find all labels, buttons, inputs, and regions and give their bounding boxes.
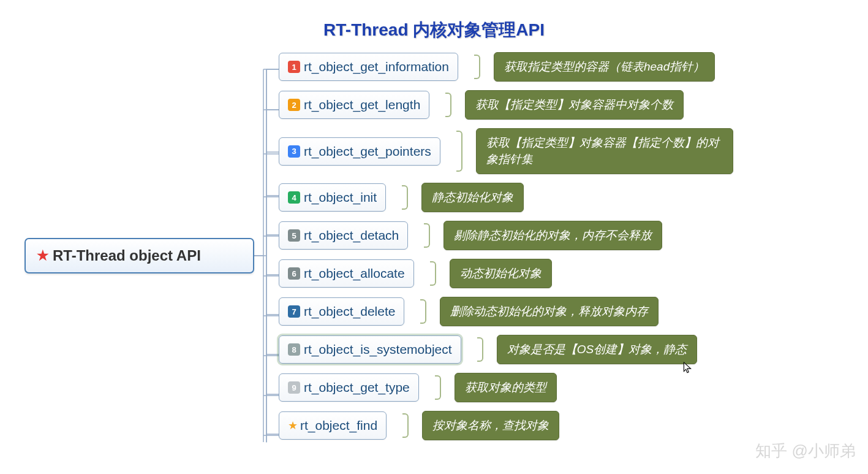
- api-name: rt_object_get_pointers: [304, 144, 431, 159]
- api-name: rt_object_get_information: [304, 59, 449, 74]
- api-row: 2rt_object_get_length获取【指定类型】对象容器中对象个数: [279, 90, 733, 120]
- api-row: 9rt_object_get_type获取对象的类型: [279, 373, 733, 402]
- api-name: rt_object_is_systemobject: [304, 342, 452, 357]
- root-node[interactable]: ★ RT-Thread object API: [25, 238, 254, 273]
- bracket-connector: [431, 373, 442, 402]
- api-node[interactable]: 1rt_object_get_information: [279, 53, 458, 81]
- api-row: 4rt_object_init静态初始化对象: [279, 183, 733, 212]
- api-node[interactable]: 8rt_object_is_systemobject: [279, 335, 461, 364]
- api-node[interactable]: 4rt_object_init: [279, 183, 386, 212]
- bracket-connector: [470, 52, 481, 82]
- api-name: rt_object_detach: [304, 228, 399, 243]
- number-badge: 4: [288, 191, 300, 204]
- children-container: 1rt_object_get_information获取指定类型的容器（链表he…: [279, 52, 733, 440]
- star-icon: ★: [37, 248, 49, 264]
- star-icon: ★: [288, 419, 298, 432]
- root-label: RT-Thread object API: [53, 247, 201, 264]
- api-node[interactable]: 3rt_object_get_pointers: [279, 137, 440, 166]
- api-row: 6rt_object_allocate动态初始化对象: [279, 259, 733, 288]
- api-name: rt_object_delete: [304, 304, 395, 319]
- api-name: rt_object_init: [304, 190, 377, 205]
- api-description[interactable]: 获取【指定类型】对象容器【指定个数】的对象指针集: [476, 128, 733, 174]
- api-description[interactable]: 静态初始化对象: [421, 183, 524, 212]
- api-name: rt_object_allocate: [304, 266, 405, 281]
- number-badge: 2: [288, 99, 300, 111]
- api-description[interactable]: 获取指定类型的容器（链表head指针）: [494, 52, 715, 82]
- api-node[interactable]: 9rt_object_get_type: [279, 373, 419, 402]
- api-row: 8rt_object_is_systemobject对象是否是【OS创建】对象，…: [279, 335, 733, 364]
- api-name: rt_object_get_type: [304, 380, 410, 395]
- bracket-connector: [474, 335, 485, 364]
- bracket-connector: [453, 128, 464, 174]
- api-description[interactable]: 对象是否是【OS创建】对象，静态: [497, 335, 697, 364]
- api-node[interactable]: ★rt_object_find: [279, 411, 387, 440]
- api-node[interactable]: 7rt_object_delete: [279, 297, 404, 326]
- api-row: 7rt_object_delete删除动态初始化的对象，释放对象内存: [279, 297, 733, 326]
- bracket-connector: [420, 221, 431, 250]
- api-name: rt_object_find: [300, 418, 377, 433]
- number-badge: 1: [288, 61, 300, 73]
- api-description[interactable]: 动态初始化对象: [450, 259, 552, 288]
- api-row: 3rt_object_get_pointers获取【指定类型】对象容器【指定个数…: [279, 128, 733, 174]
- bracket-connector: [398, 183, 409, 212]
- bracket-connector: [417, 297, 428, 326]
- number-badge: 9: [288, 381, 300, 394]
- api-description[interactable]: 获取对象的类型: [455, 373, 557, 402]
- api-description[interactable]: 剔除静态初始化的对象，内存不会释放: [443, 221, 662, 250]
- number-badge: 5: [288, 229, 300, 242]
- api-description[interactable]: 获取【指定类型】对象容器中对象个数: [465, 90, 684, 120]
- api-node[interactable]: 2rt_object_get_length: [279, 91, 429, 119]
- number-badge: 7: [288, 305, 300, 318]
- api-row: 5rt_object_detach剔除静态初始化的对象，内存不会释放: [279, 221, 733, 250]
- api-name: rt_object_get_length: [304, 97, 420, 112]
- api-node[interactable]: 5rt_object_detach: [279, 221, 408, 250]
- api-description[interactable]: 删除动态初始化的对象，释放对象内存: [440, 297, 659, 326]
- api-row: ★rt_object_find按对象名称，查找对象: [279, 411, 733, 440]
- api-description[interactable]: 按对象名称，查找对象: [422, 411, 559, 440]
- api-node[interactable]: 6rt_object_allocate: [279, 259, 414, 288]
- bracket-connector: [399, 411, 410, 440]
- number-badge: 3: [288, 145, 300, 158]
- diagram-title: RT-Thread 内核对象管理API: [323, 18, 545, 42]
- api-row: 1rt_object_get_information获取指定类型的容器（链表he…: [279, 52, 733, 82]
- watermark: 知乎 @小师弟: [755, 440, 856, 462]
- bracket-connector: [442, 90, 453, 120]
- number-badge: 6: [288, 267, 300, 280]
- number-badge: 8: [288, 343, 300, 356]
- bracket-connector: [426, 259, 437, 288]
